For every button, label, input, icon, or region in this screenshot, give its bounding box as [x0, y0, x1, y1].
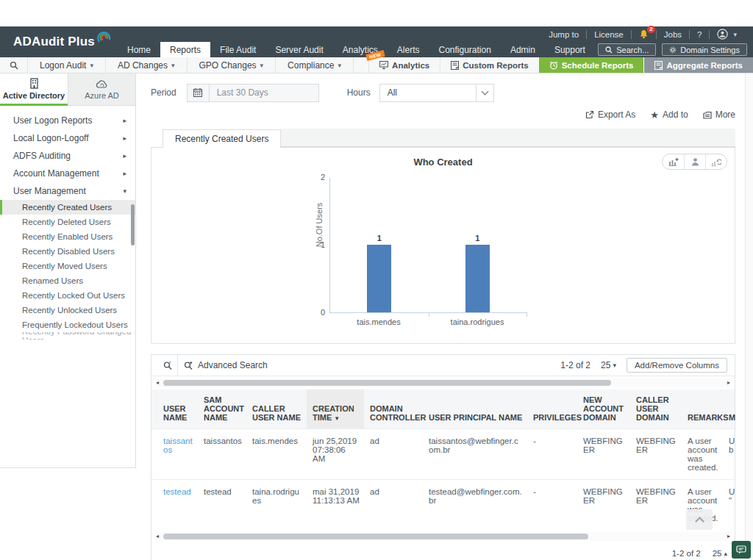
nav-item-configuration[interactable]: Configuration	[429, 42, 501, 57]
sidebar-item-recently-deleted-users[interactable]: Recently Deleted Users	[0, 215, 135, 229]
cell-domain-controller: ad	[364, 429, 423, 480]
add-to-button[interactable]: ★ Add to	[650, 110, 688, 121]
global-search-button[interactable]: Search...	[598, 43, 656, 56]
app-logo[interactable]: ADAudit Plus	[13, 26, 113, 57]
period-picker[interactable]: Last 30 Days	[187, 84, 319, 102]
star-icon: ★	[650, 110, 659, 121]
chart-bar[interactable]	[367, 245, 391, 312]
scroll-left-arrow[interactable]: ◂	[156, 379, 159, 387]
domain-settings-button[interactable]: Domain Settings	[662, 43, 747, 56]
page-size-dropdown[interactable]: 25 ▾	[601, 360, 616, 370]
sidebar-item-recently-created-users[interactable]: Recently Created Users	[0, 200, 135, 215]
col-new-account-domain[interactable]: NEW ACCOUNT DOMAIN	[577, 390, 630, 429]
sidebar-group-user-logon-reports[interactable]: User Logon Reports ▸	[0, 112, 135, 129]
tab-active-directory[interactable]: Active Directory	[0, 73, 68, 106]
sidebar-group-adfs-auditing[interactable]: ADFS Auditing ▸	[0, 147, 135, 165]
chevron-down-icon: ▾	[123, 187, 126, 195]
col-caller-user-domain[interactable]: CALLER USER DOMAIN	[630, 390, 682, 429]
more-button[interactable]: More	[703, 110, 735, 120]
cell-caller-user-name: taina.rodrigues	[246, 480, 307, 531]
col-creation-time[interactable]: CREATION TIME▼	[307, 390, 364, 429]
tab-recently-created-users[interactable]: Recently Created Users	[163, 129, 281, 148]
nav-item-admin[interactable]: Admin	[501, 42, 545, 57]
calendar-icon	[188, 85, 210, 101]
export-as-button[interactable]: Export As	[585, 110, 635, 120]
period-value: Last 30 Days	[210, 87, 318, 98]
sidebar-item-renamed-users[interactable]: Renamed Users	[0, 273, 135, 288]
scroll-right-arrow[interactable]: ▸	[727, 533, 730, 540]
cell-truncated: U "	[723, 480, 735, 531]
analytics-button[interactable]: NEW Analytics	[368, 57, 440, 73]
y-axis-tick: 2	[309, 173, 325, 182]
global-search-label: Search...	[616, 46, 649, 54]
col-truncated[interactable]: M	[723, 390, 735, 429]
notification-count-badge: 2	[647, 26, 654, 33]
custom-reports-button[interactable]: Custom Reports	[440, 57, 538, 73]
aggregate-reports-button[interactable]: Aggregate Reports	[643, 57, 753, 73]
sidebar-group-user-management[interactable]: User Management ▾	[0, 182, 135, 200]
sidebar-item-recently-locked-out-users[interactable]: Recently Locked Out Users	[0, 288, 135, 303]
user-menu[interactable]: ▾	[710, 29, 744, 40]
hours-select[interactable]: All	[379, 84, 494, 102]
menu-compliance[interactable]: Compliance ▾	[276, 57, 354, 73]
scroll-to-top-button[interactable]	[686, 509, 713, 530]
schedule-reports-button[interactable]: Schedule Reports	[539, 57, 644, 73]
sidebar-group-account-management[interactable]: Account Management ▸	[0, 165, 135, 182]
scroll-right-arrow[interactable]: ▸	[727, 379, 730, 387]
sidebar-item-frequently-lockedout-users[interactable]: Frequently Lockedout Users	[0, 317, 135, 332]
menu-ad-changes[interactable]: AD Changes ▾	[106, 57, 188, 73]
col-remarks[interactable]: REMARKS	[682, 390, 723, 429]
chart-bar[interactable]	[465, 245, 490, 312]
menu-gpo-changes[interactable]: GPO Changes ▾	[188, 57, 276, 73]
sidebar-item-recently-password-changed-users[interactable]: Recently Password Changed Users	[0, 332, 135, 340]
sidebar-scrollbar-thumb[interactable]	[131, 204, 135, 245]
sidebar-item-recently-disabled-users[interactable]: Recently Disabled Users	[0, 244, 135, 259]
hscrollbar-thumb[interactable]	[163, 380, 611, 386]
sidebar-item-recently-moved-users[interactable]: Recently Moved Users	[0, 259, 135, 273]
search-plus-icon	[184, 361, 193, 370]
cell-caller-user-domain: WEBFINGER	[630, 480, 682, 531]
chart-refresh-icon[interactable]	[705, 154, 727, 169]
nav-item-server-audit[interactable]: Server Audit	[265, 42, 332, 57]
logo-swoosh-icon	[96, 32, 113, 46]
license-link[interactable]: License	[587, 30, 631, 39]
cell-sam-account-name: testead	[198, 480, 246, 531]
nav-item-file-audit[interactable]: File Audit	[210, 42, 265, 57]
column-search-icon[interactable]	[159, 355, 178, 376]
chat-support-button[interactable]	[732, 541, 751, 559]
page-size-dropdown[interactable]: 25 ▴	[713, 549, 727, 558]
sidebar-item-recently-enabled-users[interactable]: Recently Enabled Users	[0, 229, 135, 244]
scroll-left-arrow[interactable]: ◂	[156, 533, 159, 540]
cell-user-name[interactable]: taissantos	[151, 429, 198, 480]
jobs-link[interactable]: Jobs	[657, 30, 689, 39]
chart-bar-group: 1	[330, 178, 429, 312]
chart-xlabels: tais.mendestaina.rodrigues	[329, 317, 527, 326]
add-remove-columns-button[interactable]: Add/Remove Columns	[627, 358, 727, 373]
nav-item-reports[interactable]: Reports	[160, 42, 210, 57]
tab-azure-ad[interactable]: Azure AD	[68, 73, 135, 106]
advanced-search-button[interactable]: Advanced Search	[184, 360, 268, 370]
chevron-right-icon: ▸	[123, 170, 126, 177]
sidebar-group-local-logon-logoff[interactable]: Local Logon-Logoff ▸	[0, 129, 135, 147]
nav-item-support[interactable]: Support	[545, 42, 595, 57]
col-user-principal-name[interactable]: USER PRINCIPAL NAME	[423, 390, 527, 429]
col-sam-account-name[interactable]: SAM ACCOUNT NAME	[198, 390, 246, 429]
col-privileges[interactable]: PRIVILEGES	[527, 390, 577, 429]
sidebar-item-recently-unlocked-users[interactable]: Recently Unlocked Users	[0, 303, 135, 317]
page-scrollbar-track[interactable]	[745, 73, 753, 560]
cell-truncated: U b	[723, 429, 735, 480]
col-user-name[interactable]: USER NAME	[151, 390, 198, 429]
hscrollbar-thumb[interactable]	[163, 534, 588, 539]
help-button[interactable]: ?	[690, 30, 709, 39]
nav-item-home[interactable]: Home	[118, 42, 160, 57]
chart-user-icon[interactable]	[684, 154, 705, 169]
menu-logon-audit[interactable]: Logon Audit ▾	[28, 57, 106, 73]
cell-user-name[interactable]: testead	[151, 480, 198, 531]
report-search-button[interactable]	[0, 57, 28, 73]
jump-to-link[interactable]: Jump to	[541, 30, 586, 39]
col-caller-user-name[interactable]: CALLER USER NAME	[246, 390, 307, 429]
nav-item-alerts[interactable]: Alerts	[388, 42, 429, 57]
chart-type-add-icon[interactable]	[663, 154, 684, 169]
col-domain-controller[interactable]: DOMAIN CONTROLLER	[364, 390, 423, 429]
notifications-button[interactable]: 2	[632, 29, 656, 39]
